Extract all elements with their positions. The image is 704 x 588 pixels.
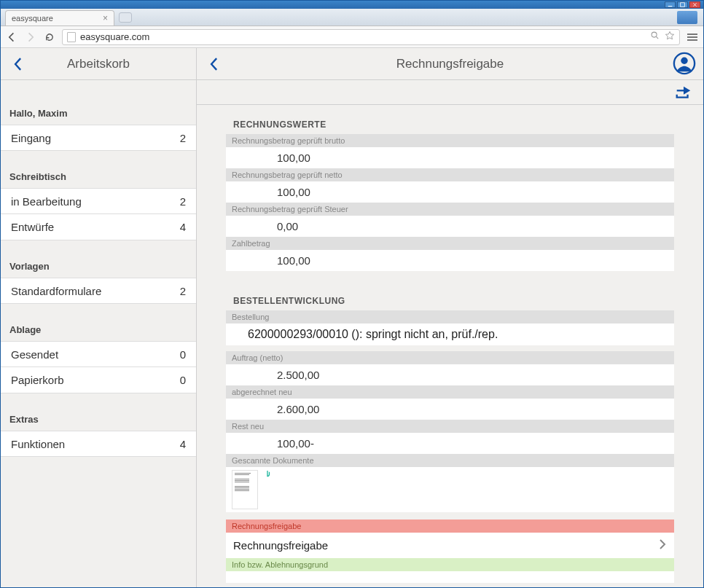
page-icon <box>67 32 76 42</box>
field-value: 0,00 <box>226 216 674 237</box>
main-title: Rechnungsfreigabe <box>197 57 703 71</box>
attachment-icon <box>264 470 271 479</box>
sidebar-item-label: Standardformulare <box>11 285 101 297</box>
info-ablehnungsgrund[interactable]: Info bzw. Ablehnungsgrund <box>226 558 674 583</box>
field-brutto: Rechnungsbetrag geprüft brutto 100,00 <box>226 134 674 168</box>
sidebar-item-in-bearbeitung[interactable]: in Bearbeitung 2 <box>1 188 196 214</box>
sidebar-item-label: Gesendet <box>11 348 58 361</box>
field-gescannte-dokumente: Gescannte Dokumente <box>226 454 674 512</box>
sidebar-item-count: 4 <box>180 221 186 233</box>
field-label: Gescannte Dokumente <box>226 454 674 467</box>
svg-point-7 <box>681 58 687 64</box>
svg-rect-1 <box>681 3 685 7</box>
sidebar-item-count: 4 <box>180 438 186 450</box>
sidebar-item-label: Entwürfe <box>11 221 54 233</box>
window-titlebar <box>1 1 703 9</box>
action-label: Rechnungsfreigabe <box>233 539 328 552</box>
action-bar <box>197 80 703 105</box>
browser-toolbar: easysquare.com <box>1 26 703 48</box>
field-value: 100,00 <box>226 147 674 168</box>
field-label: Rechnungsbetrag geprüft brutto <box>226 134 674 147</box>
tab-title: easysquare <box>12 14 53 23</box>
field-abgerechnet: abgerechnet neu 2.600,00 <box>226 385 674 420</box>
sidebar-item-label: Eingang <box>11 132 51 144</box>
sidebar-item-count: 0 <box>180 348 186 361</box>
document-preview[interactable] <box>226 467 674 512</box>
sidebar-item-count: 0 <box>180 374 186 386</box>
sidebar-item-count: 2 <box>180 285 186 297</box>
sidebar-item-label: in Bearbeitung <box>11 195 82 208</box>
field-auftrag: Auftrag (netto) 2.500,00 <box>226 351 674 385</box>
sidebar-item-papierkorb[interactable]: Papierkorb 0 <box>1 367 196 393</box>
url-text: easysquare.com <box>80 31 149 42</box>
field-bestellung: Bestellung 6200000293/00010 (): springt … <box>226 310 674 345</box>
reload-button[interactable] <box>43 31 56 44</box>
sidebar-item-count: 2 <box>180 195 186 208</box>
field-rest: Rest neu 100,00- <box>226 420 674 454</box>
chevron-right-icon <box>658 538 667 552</box>
sidebar-header: Arbeitskorb <box>1 48 196 80</box>
section-schreibtisch: Schreibtisch <box>1 151 196 188</box>
section-extras: Extras <box>1 393 196 431</box>
field-zahlbetrag: Zahlbetrag 100,00 <box>226 237 674 271</box>
info-header: Info bzw. Ablehnungsgrund <box>226 558 674 571</box>
sidebar-item-label: Funktionen <box>11 438 65 450</box>
browser-tab-strip: easysquare × <box>1 9 703 26</box>
sidebar: Arbeitskorb Hallo, Maxim Eingang 2 Schre… <box>1 48 197 587</box>
section-vorlagen: Vorlagen <box>1 240 196 278</box>
field-value: 2.500,00 <box>226 364 674 385</box>
greeting-label: Hallo, Maxim <box>1 80 196 125</box>
url-bar[interactable]: easysquare.com <box>62 29 680 45</box>
field-label: abgerechnet neu <box>226 385 674 399</box>
field-value: 6200000293/00010 (): springt nicht an, p… <box>226 324 674 345</box>
share-button[interactable] <box>674 84 693 101</box>
sidebar-item-label: Papierkorb <box>11 374 64 386</box>
window-minimize-button[interactable] <box>665 1 676 8</box>
section-bestellentwicklung: BESTELLENTWICKLUNG <box>213 290 687 310</box>
sidebar-item-gesendet[interactable]: Gesendet 0 <box>1 341 196 367</box>
browser-menu-button[interactable] <box>686 34 699 41</box>
forward-button[interactable] <box>24 31 37 44</box>
field-value: 100,00 <box>226 181 674 203</box>
field-value: 2.600,00 <box>226 399 674 420</box>
sidebar-item-eingang[interactable]: Eingang 2 <box>1 125 196 151</box>
window-maximize-button[interactable] <box>677 1 688 8</box>
main-scroll[interactable]: RECHNUNGSWERTE Rechnungsbetrag geprüft b… <box>197 105 703 587</box>
section-ablage: Ablage <box>1 304 196 341</box>
main-pane: Rechnungsfreigabe RECHNUNGSWERTE Rechnun… <box>197 48 703 587</box>
main-header: Rechnungsfreigabe <box>197 48 703 80</box>
field-label: Rechnungsbetrag geprüft netto <box>226 168 674 181</box>
sidebar-item-standardformulare[interactable]: Standardformulare 2 <box>1 278 196 304</box>
sidebar-item-funktionen[interactable]: Funktionen 4 <box>1 431 196 457</box>
window-close-button[interactable] <box>689 1 700 8</box>
field-label: Rechnungsbetrag geprüft Steuer <box>226 203 674 216</box>
main-back-button[interactable] <box>204 54 224 74</box>
action-header: Rechnungsfreigabe <box>226 520 674 533</box>
browser-tab[interactable]: easysquare × <box>5 10 114 26</box>
field-value: 100,00 <box>226 250 674 271</box>
field-label: Zahlbetrag <box>226 237 674 250</box>
sidebar-item-count: 2 <box>180 132 186 144</box>
user-avatar-button[interactable] <box>673 52 696 75</box>
field-label: Auftrag (netto) <box>226 351 674 364</box>
action-rechnungsfreigabe[interactable]: Rechnungsfreigabe Rechnungsfreigabe <box>226 520 674 558</box>
star-icon[interactable] <box>665 31 675 43</box>
new-tab-button[interactable] <box>119 12 132 23</box>
back-button[interactable] <box>5 31 18 44</box>
sidebar-item-entwuerfe[interactable]: Entwürfe 4 <box>1 214 196 240</box>
sidebar-back-button[interactable] <box>8 54 28 74</box>
field-steuer: Rechnungsbetrag geprüft Steuer 0,00 <box>226 203 674 237</box>
sidebar-title: Arbeitskorb <box>1 57 196 71</box>
zoom-icon[interactable] <box>650 31 660 43</box>
field-label: Bestellung <box>226 310 674 324</box>
document-thumb <box>232 470 258 509</box>
svg-point-4 <box>652 32 657 37</box>
svg-line-5 <box>656 36 658 39</box>
close-tab-icon[interactable]: × <box>103 13 108 23</box>
section-rechnungswerte: RECHNUNGSWERTE <box>213 114 687 134</box>
field-value: 100,00- <box>226 433 674 454</box>
field-label: Rest neu <box>226 420 674 433</box>
field-netto: Rechnungsbetrag geprüft netto 100,00 <box>226 168 674 203</box>
